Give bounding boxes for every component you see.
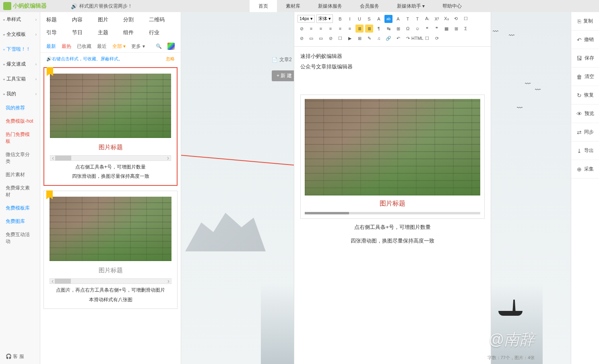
category-item[interactable]: 引导 <box>46 29 72 36</box>
customer-service[interactable]: 🎧 客 服 <box>6 353 24 360</box>
toolbar-button[interactable]: ♫ <box>375 34 383 42</box>
toolbar-button[interactable]: ↶ <box>394 34 402 42</box>
top-nav-item[interactable]: 帮助中心 <box>434 0 471 12</box>
template-card[interactable]: 图片标题点图片，再点右方工具条右侧+号，可增删滑动图片本滑动样式有八张图 <box>43 191 178 308</box>
toolbar-button[interactable]: ≡ <box>346 25 354 33</box>
action-button-复制[interactable]: ⎘复制 <box>571 12 599 31</box>
toolbar-button[interactable]: HTML <box>413 34 421 42</box>
toolbar-button[interactable]: 🔗 <box>384 34 392 42</box>
toolbar-button[interactable]: T <box>404 15 412 23</box>
top-nav-item[interactable]: 首页 <box>250 0 277 12</box>
filter-item[interactable]: 全部 ▾ <box>112 43 126 50</box>
category-item[interactable]: 图片 <box>98 16 124 23</box>
search-icon[interactable]: 🔍 <box>156 43 162 49</box>
toolbar-button[interactable]: ☐ <box>462 15 470 23</box>
editor-text-line[interactable]: 公众号文章排版编辑器 <box>300 63 485 70</box>
filter-item[interactable]: 更多 ▾ <box>131 43 145 50</box>
category-item[interactable]: 主题 <box>98 29 124 36</box>
toolbar-button[interactable]: T <box>413 15 421 23</box>
top-nav-item[interactable]: 新媒体助手 ▾ <box>388 0 434 12</box>
sidebar-sub-item[interactable]: 免费模板库 <box>0 202 40 215</box>
editor-image[interactable] <box>305 99 480 195</box>
filter-item[interactable]: 已收藏 <box>77 43 91 50</box>
ignore-link[interactable]: 忽略 <box>166 56 175 62</box>
toolbar-button[interactable]: ⊞ <box>394 25 402 33</box>
filter-item[interactable]: 最新 <box>46 43 56 50</box>
toolbar-button[interactable]: X₂ <box>442 15 450 23</box>
toolbar-button[interactable]: ⟳ <box>433 34 441 42</box>
sidebar-sub-item[interactable]: 免费模版-hot <box>0 115 40 128</box>
toolbar-button[interactable]: ❝ <box>423 25 431 33</box>
category-item[interactable]: 二维码 <box>149 16 175 23</box>
editor-body[interactable]: 速排小蚂蚁编辑器 公众号文章排版编辑器 图片标题 点右侧工具条+号，可增图片数量… <box>294 47 491 252</box>
toolbar-button[interactable]: ≣ <box>355 25 364 33</box>
toolbar-button[interactable]: ≡ <box>336 25 344 33</box>
toolbar-button[interactable]: ❞ <box>433 25 441 33</box>
editor-desc[interactable]: 点右侧工具条+号，可增图片数量 <box>300 219 485 232</box>
sidebar-sub-item[interactable]: 我的推荐 <box>0 101 40 115</box>
sidebar-item[interactable]: ▫下雪啦！！ <box>0 42 40 57</box>
sidebar-sub-item[interactable]: 免费互动活动 <box>0 228 40 248</box>
toolbar-button[interactable]: ⊘ <box>297 34 306 42</box>
toolbar-button[interactable]: ≡ <box>326 25 335 33</box>
editor-text-line[interactable]: 速排小蚂蚁编辑器 <box>300 53 485 60</box>
category-item[interactable]: 标题 <box>46 16 72 23</box>
toolbar-button[interactable]: ☐ <box>336 34 344 42</box>
action-button-导出[interactable]: ⤓导出 <box>571 142 599 160</box>
category-item[interactable]: 行业 <box>149 29 175 36</box>
toolbar-button[interactable]: ⊞ <box>355 34 364 42</box>
action-button-恢复[interactable]: ↻恢复 <box>571 86 599 105</box>
toolbar-button[interactable]: S <box>365 15 373 23</box>
document-tab[interactable]: 📄 文章2 <box>272 56 292 63</box>
action-button-同步[interactable]: ⇄同步 <box>571 123 599 142</box>
toolbar-button[interactable]: ⊘ <box>326 34 335 42</box>
toolbar-button[interactable]: U <box>355 15 364 23</box>
toolbar-button[interactable]: ¶ <box>375 25 383 33</box>
toolbar-button[interactable]: Aᵢ <box>423 15 431 23</box>
filter-item[interactable]: 最热 <box>62 43 71 50</box>
action-button-预览[interactable]: 👁预览 <box>571 105 599 123</box>
template-slider[interactable] <box>50 278 171 284</box>
category-item[interactable]: 内容 <box>72 16 98 23</box>
sidebar-item[interactable]: ▫单样式› <box>0 12 40 27</box>
toolbar-button[interactable]: B <box>336 15 344 23</box>
editor-scrollbar[interactable] <box>305 212 480 214</box>
toolbar-button[interactable]: ▭ <box>317 34 325 42</box>
sidebar-item[interactable]: ▫工具宝箱› <box>0 72 40 86</box>
toolbar-button[interactable]: ≡ <box>317 25 325 33</box>
toolbar-button[interactable]: ▭ <box>307 34 315 42</box>
toolbar-button[interactable]: ⊞ <box>452 25 460 33</box>
top-nav-item[interactable]: 新媒体服务 <box>309 0 351 12</box>
toolbar-button[interactable]: ▶ <box>346 34 354 42</box>
new-button[interactable]: + 新 建 <box>272 70 297 81</box>
sidebar-sub-item[interactable]: 免费图库 <box>0 215 40 228</box>
editor-card-title[interactable]: 图片标题 <box>305 195 480 210</box>
filter-item[interactable]: 最近 <box>97 43 107 50</box>
action-button-保存[interactable]: 🖫保存 <box>571 49 599 68</box>
template-card[interactable]: 图片标题点右侧工具条+号，可增图片数量四张滑动图，换图尽量保持高度一致 <box>43 67 178 186</box>
editor-desc[interactable]: 四张滑动图，换图尽量保持高度一致 <box>300 232 485 246</box>
toolbar-button[interactable]: ≣ <box>365 25 373 33</box>
action-button-采集[interactable]: ⊕采集 <box>571 160 599 179</box>
toolbar-button[interactable]: ↷ <box>404 34 412 42</box>
category-item[interactable]: 分割 <box>123 16 149 23</box>
category-item[interactable]: 组件 <box>123 29 149 36</box>
toolbar-button[interactable]: ✎ <box>365 34 373 42</box>
action-button-撤销[interactable]: ↶撤销 <box>571 31 599 49</box>
toolbar-button[interactable]: Σ <box>462 25 470 33</box>
sidebar-item[interactable]: ▫全文模板› <box>0 27 40 42</box>
toolbar-button[interactable]: ab <box>384 15 392 23</box>
color-picker-icon[interactable] <box>167 43 175 50</box>
toolbar-button[interactable]: ⟲ <box>452 15 460 23</box>
category-item[interactable]: 节日 <box>72 29 98 36</box>
font-family-select[interactable]: 宋体 ▾ <box>316 14 333 23</box>
editor-image-card[interactable]: 图片标题 <box>300 95 485 219</box>
sidebar-sub-item[interactable]: 热门免费模板 <box>0 128 40 148</box>
sidebar-item[interactable]: ▫爆文速成› <box>0 57 40 72</box>
toolbar-button[interactable]: ≡ <box>307 25 315 33</box>
logo[interactable]: 小蚂蚁编辑器 <box>3 2 47 10</box>
toolbar-button[interactable]: ↹ <box>384 25 392 33</box>
sidebar-sub-item[interactable]: 图片素材 <box>0 168 40 181</box>
top-nav-item[interactable]: 素材库 <box>277 0 309 12</box>
toolbar-button[interactable]: X² <box>433 15 441 23</box>
